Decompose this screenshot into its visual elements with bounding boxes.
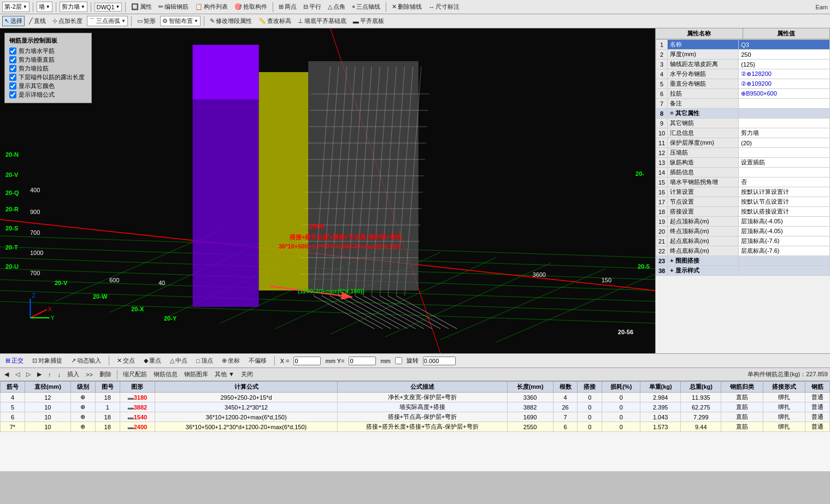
prop-value[interactable]: ②⊕128200 <box>739 69 830 79</box>
insert-btn[interactable]: 插入 <box>65 370 81 379</box>
checkbox-vertical[interactable]: 剪力墙垂直筋 <box>9 56 87 64</box>
table-cell: 10 <box>25 422 70 432</box>
edit-rebar-label: 编辑钢筋 <box>164 3 189 11</box>
dwq-dropdown[interactable]: DWQ1 ▼ <box>95 3 122 11</box>
rotate-checkbox[interactable] <box>395 357 402 364</box>
table-cell: 11.935 <box>681 393 721 402</box>
dimension-btn[interactable]: ↔ 尺寸标注 <box>426 2 462 12</box>
delete-row-btn[interactable]: 删除 <box>97 370 114 379</box>
rotate-input[interactable] <box>423 357 456 365</box>
dynamic-input-btn[interactable]: ↗ 动态输入 <box>69 355 103 366</box>
nav-prev-btn[interactable]: ◁ <box>13 370 22 378</box>
prop-num: 21 <box>656 236 668 246</box>
checkbox-expose[interactable]: 下层端件以筋的露出长度 <box>9 73 87 81</box>
rebar-library-btn[interactable]: 钢筋图库 <box>182 370 210 379</box>
rect-btn[interactable]: ▭ 矩形 <box>135 16 158 26</box>
table-cell: 3882 <box>507 402 553 412</box>
two-point-btn[interactable]: ⊞ 两点 <box>276 2 299 12</box>
viewport-3d[interactable]: X Y Z 钢筋显示控制面板 剪力墙水平筋 剪力墙垂直筋 剪力墙拉筋 下层端 <box>0 28 655 353</box>
others-btn[interactable]: 其他 ▼ <box>213 370 237 379</box>
cb-formula[interactable] <box>9 91 16 98</box>
modify-seg-icon: ✎ <box>210 17 215 25</box>
point-angle-icon: △ <box>328 3 332 10</box>
prop-num: 19 <box>656 217 668 227</box>
cb-vertical[interactable] <box>9 56 16 63</box>
arc-dropdown[interactable]: ⌒ 三点画弧 ▼ <box>87 16 128 26</box>
prop-scroll[interactable]: 1名称Q32厚度(mm)2503轴线距左墙皮距离(125)4水平分布钢筋②⊕12… <box>656 39 830 353</box>
ortho-btn[interactable]: ⊞ 正交 <box>3 355 26 366</box>
grid-label-s: 20-S <box>5 225 18 232</box>
three-point-btn[interactable]: ⌖ 三点轴线 <box>350 2 382 12</box>
checkbox-color[interactable]: 显示其它颜色 <box>9 82 87 90</box>
midpoint-btn[interactable]: △ 中点 <box>168 355 190 366</box>
nav-up-btn[interactable]: ↑ <box>46 371 54 378</box>
x-input[interactable] <box>293 357 321 365</box>
table-cell: 18 <box>95 422 120 432</box>
table-cell: 3360 <box>507 393 553 402</box>
table-row[interactable]: 610⊕18 ▬154036*10+1200-20+max(6*d,150)搭接… <box>1 412 830 422</box>
table-cell: 0 <box>578 412 602 422</box>
nav-last-btn[interactable]: ▶ <box>35 370 44 378</box>
no-offset-btn[interactable]: 不偏移 <box>246 355 269 366</box>
wall-dropdown[interactable]: 墙 ▼ <box>37 2 52 12</box>
checkbox-horizontal[interactable]: 剪力墙水平筋 <box>9 47 87 55</box>
table-row[interactable]: 412⊕18 ▬31802950+250-20+15*d净长+支座宽-保护层+弯… <box>1 393 830 402</box>
snap-btn[interactable]: ⊡ 对象捕捉 <box>30 355 64 366</box>
shear-wall-dropdown[interactable]: 剪力墙 ▼ <box>60 2 87 12</box>
point-angle-btn[interactable]: △ 点角 <box>326 2 348 12</box>
endpoint-btn[interactable]: ◆ 重点 <box>142 355 163 366</box>
modify-seg-label: 修改增段属性 <box>216 17 252 25</box>
pick-component-btn[interactable]: 🎯 抢取构件 <box>232 2 269 12</box>
checkbox-tie[interactable]: 剪力墙拉筋 <box>9 64 87 73</box>
prop-value[interactable]: ⊕B9500×600 <box>739 89 830 99</box>
table-row[interactable]: 7*10⊕18 ▬240036*10+500+1.2*30*d+1200-20+… <box>1 422 830 432</box>
smart-place-dropdown[interactable]: ⚙ 智能布置 ▼ <box>160 16 201 26</box>
cb-horizontal[interactable] <box>9 48 16 55</box>
layer-dropdown[interactable]: 第-2层 ▼ <box>2 2 30 12</box>
cb-tie[interactable] <box>9 65 16 72</box>
layer-label: 第-2层 <box>4 3 22 11</box>
table-cell: 26 <box>553 402 578 412</box>
checkbox-formula[interactable]: 是示详细公式 <box>9 91 87 99</box>
wall-align-foundation-btn[interactable]: ⊥ 墙底平齐基础底 <box>296 16 349 26</box>
check-elevation-btn[interactable]: 📏 查改标高 <box>256 16 293 26</box>
coord-btn[interactable]: ⊕ 坐标 <box>220 355 242 366</box>
component-list-btn[interactable]: 📋 构件列表 <box>193 2 230 12</box>
vertex-btn[interactable]: □ 顶点 <box>194 355 215 366</box>
delete-aux-btn[interactable]: ✕ 删除辅线 <box>390 2 424 12</box>
dynamic-icon: ↗ <box>71 357 76 364</box>
table-row[interactable]: 510⊕1 ▬38823450+1.2*30*12墙实际高度+搭接3882260… <box>1 402 830 412</box>
mm-label1: mm Y= <box>325 358 344 364</box>
parallel-btn[interactable]: ⊟ 平行 <box>301 2 323 12</box>
grid-label-v: 20-V <box>5 171 18 178</box>
prop-name: 计算设置 <box>668 187 739 197</box>
nav-down-btn[interactable]: ↓ <box>56 371 63 378</box>
modify-seg-btn[interactable]: ✎ 修改增段属性 <box>208 16 254 26</box>
rebar-info-btn[interactable]: 钢筋信息 <box>151 370 180 379</box>
endpoint-label: 重点 <box>149 357 161 365</box>
intersection-btn[interactable]: ✕ 交点 <box>115 355 137 366</box>
edit-rebar-btn[interactable]: ✏ 编辑钢筋 <box>156 2 191 12</box>
y-input[interactable] <box>349 357 376 365</box>
svg-text:X: X <box>48 306 52 312</box>
nav-next-btn[interactable]: ▷ <box>24 370 33 378</box>
intersection-label: 交点 <box>123 357 135 365</box>
close-btn[interactable]: 关闭 <box>239 370 255 379</box>
rebar-table-container[interactable]: 筋号直径(mm)级别图号图形计算公式公式描述长度(mm)根数搭接损耗(%)单重(… <box>0 381 830 469</box>
table-cell: 2550 <box>507 422 553 432</box>
expand-btn[interactable]: >> <box>84 371 95 378</box>
select-btn[interactable]: ↖ 选择 <box>2 16 25 26</box>
dim-150-right: 150 <box>602 277 611 283</box>
line-btn[interactable]: ╱ 直线 <box>27 16 48 26</box>
prop-row: 11保护层厚度(mm)(20) <box>656 138 830 148</box>
prop-value[interactable]: ②⊕109200 <box>739 79 830 89</box>
table-cell: 0 <box>578 393 602 402</box>
cb-expose[interactable] <box>9 74 16 81</box>
cb-color[interactable] <box>9 82 16 90</box>
nav-first-btn[interactable]: ◀ <box>2 370 11 378</box>
property-btn[interactable]: 🔲 属性 <box>129 2 154 12</box>
point-extend-btn[interactable]: ⊹ 点加长度 <box>50 16 85 26</box>
flat-slab-btn[interactable]: ▬ 平齐底板 <box>351 16 386 26</box>
dim-400: 400 <box>30 187 40 193</box>
scale-rebar-btn[interactable]: 缩尺配筋 <box>121 370 149 379</box>
